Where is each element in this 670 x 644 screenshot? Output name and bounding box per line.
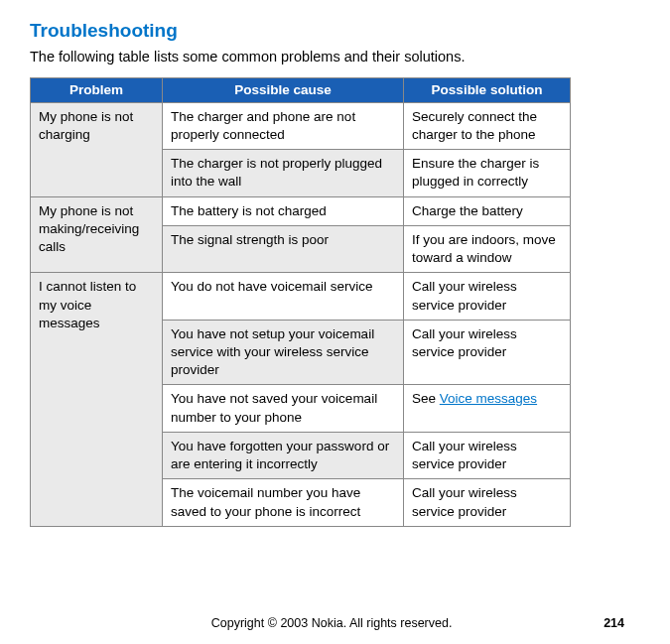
- cell-solution: Call your wireless service provider: [404, 273, 571, 320]
- cell-cause: You have not saved your voicemail number…: [163, 385, 404, 432]
- cell-solution: Securely connect the charger to the phon…: [404, 102, 571, 149]
- cell-cause: The charger is not properly plugged into…: [163, 150, 404, 196]
- voice-messages-link[interactable]: Voice messages: [440, 391, 537, 406]
- copyright-text: Copyright © 2003 Nokia. All rights reser…: [60, 616, 603, 630]
- cell-solution: Call your wireless service provider: [404, 479, 571, 526]
- solution-text: See: [412, 391, 440, 406]
- cell-cause: You have forgotten your password or are …: [163, 432, 404, 478]
- page-footer: Copyright © 2003 Nokia. All rights reser…: [30, 616, 624, 630]
- page-number: 214: [603, 616, 624, 630]
- cell-cause: You have not setup your voicemail servic…: [163, 320, 404, 385]
- troubleshooting-table: Problem Possible cause Possible solution…: [30, 77, 571, 527]
- cell-cause: The voicemail number you have saved to y…: [163, 479, 404, 526]
- table-header-row: Problem Possible cause Possible solution: [31, 77, 571, 102]
- header-cause: Possible cause: [163, 77, 404, 102]
- cell-problem: My phone is not charging: [31, 102, 163, 196]
- intro-text: The following table lists some common pr…: [30, 48, 624, 67]
- table-row: I cannot listen to my voice messages You…: [31, 273, 571, 320]
- cell-solution: Call your wireless service provider: [404, 432, 571, 478]
- cell-solution: Charge the battery: [404, 196, 571, 225]
- header-problem: Problem: [31, 77, 163, 102]
- cell-solution: Call your wireless service provider: [404, 320, 571, 385]
- table-row: My phone is not charging The charger and…: [31, 102, 571, 149]
- cell-cause: The signal strength is poor: [163, 225, 404, 272]
- section-heading: Troubleshooting: [30, 20, 624, 42]
- table-row: My phone is not making/receiving calls T…: [31, 196, 571, 225]
- cell-problem: I cannot listen to my voice messages: [31, 273, 163, 526]
- cell-solution: See Voice messages: [404, 385, 571, 432]
- cell-cause: You do not have voicemail service: [163, 273, 404, 320]
- cell-cause: The charger and phone are not properly c…: [163, 102, 404, 149]
- cell-cause: The battery is not charged: [163, 196, 404, 225]
- cell-solution: Ensure the charger is plugged in correct…: [404, 150, 571, 196]
- cell-problem: My phone is not making/receiving calls: [31, 196, 163, 273]
- header-solution: Possible solution: [404, 77, 571, 102]
- cell-solution: If you are indoors, move toward a window: [404, 225, 571, 272]
